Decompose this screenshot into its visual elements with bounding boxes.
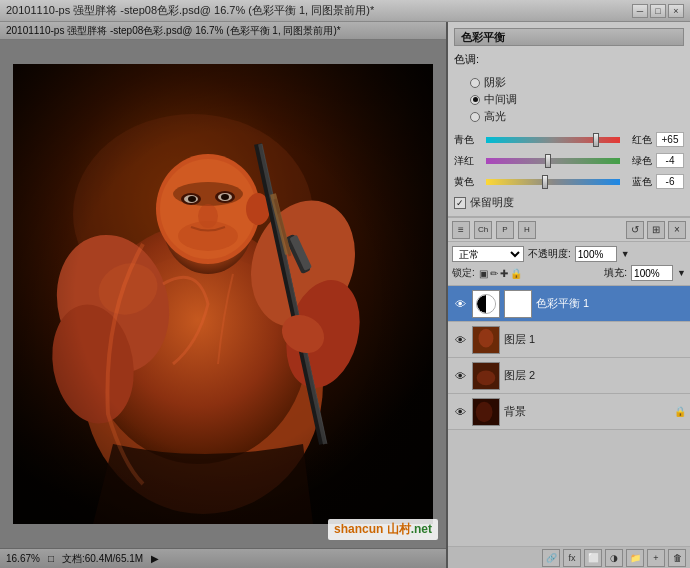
layer-mask-color-balance (504, 290, 532, 318)
canvas-content[interactable]: shancun 山村.net (0, 40, 446, 548)
title-bar: 20101110-ps 强型胖将 -step08色彩.psd@ 16.7% (色… (0, 0, 690, 22)
cyan-label: 青色 (454, 133, 482, 147)
magenta-green-value[interactable]: -4 (656, 153, 684, 168)
blend-mode-select[interactable]: 正常 (452, 246, 524, 262)
maximize-button[interactable]: □ (650, 4, 666, 18)
artwork-canvas (13, 64, 433, 524)
layer-name-background: 背景 (504, 404, 670, 419)
add-mask-btn[interactable]: ⬜ (584, 549, 602, 567)
add-style-btn[interactable]: fx (563, 549, 581, 567)
layer-item-color-balance[interactable]: 👁 色彩平衡 1 (448, 286, 690, 322)
tone-radio-highlights[interactable]: 高光 (470, 109, 684, 124)
layer-item-2[interactable]: 👁 图层 2 (448, 358, 690, 394)
layer-eye-2[interactable]: 👁 (452, 368, 468, 384)
cyan-red-slider-row: 青色 红色 +65 (454, 132, 684, 147)
lock-icons: ▣ ✏ ✚ 🔒 (479, 268, 522, 279)
history-btn[interactable]: H (518, 221, 536, 239)
new-layer-btn[interactable]: + (647, 549, 665, 567)
lock-label: 锁定: (452, 266, 475, 280)
layers-list: 👁 色彩平衡 1 👁 (448, 286, 690, 546)
canvas-area: 20101110-ps 强型胖将 -step08色彩.psd@ 16.7% (色… (0, 22, 448, 568)
canvas-title-bar: 20101110-ps 强型胖将 -step08色彩.psd@ 16.7% (色… (0, 22, 446, 40)
window-title: 20101110-ps 强型胖将 -step08色彩.psd@ 16.7% (色… (6, 3, 374, 18)
tone-label: 色调: (454, 52, 479, 67)
lock-fill-row: 锁定: ▣ ✏ ✚ 🔒 填充: ▼ (452, 265, 686, 281)
cyan-red-track (486, 137, 620, 143)
lock-all-icon[interactable]: 🔒 (510, 268, 522, 279)
svg-rect-30 (13, 64, 433, 524)
layer-item-background[interactable]: 👁 背景 🔒 (448, 394, 690, 430)
tone-radio-midtones[interactable]: 中间调 (470, 92, 684, 107)
magenta-green-track (486, 158, 620, 164)
layer-eye-color-balance[interactable]: 👁 (452, 296, 468, 312)
layers-arrange-btn[interactable]: ⊞ (647, 221, 665, 239)
blend-mode-row: 正常 不透明度: ▼ (452, 246, 686, 262)
close-button[interactable]: × (668, 4, 684, 18)
tone-radio-group: 阴影 中间调 高光 (470, 75, 684, 124)
right-panel: 色彩平衡 色调: 阴影 中间调 高光 (448, 22, 690, 568)
layer-thumb-1 (472, 326, 500, 354)
minimize-button[interactable]: ─ (632, 4, 648, 18)
lock-position-icon[interactable]: ✚ (500, 268, 508, 279)
lock-transparent-icon[interactable]: ▣ (479, 268, 488, 279)
svg-point-36 (476, 401, 493, 421)
yellow-blue-thumb[interactable] (542, 175, 548, 189)
cyan-red-track-container[interactable] (486, 133, 620, 147)
fill-input[interactable] (631, 265, 673, 281)
add-adjustment-btn[interactable]: ◑ (605, 549, 623, 567)
layers-close-btn[interactable]: × (668, 221, 686, 239)
shadow-label: 阴影 (484, 75, 506, 90)
fill-label: 填充: (604, 266, 627, 280)
watermark-domain: .net (411, 522, 432, 536)
layers-bottom-toolbar: 🔗 fx ⬜ ◑ 📁 + 🗑 (448, 546, 690, 568)
svg-point-34 (477, 370, 496, 385)
new-group-btn[interactable]: 📁 (626, 549, 644, 567)
highlights-label: 高光 (484, 109, 506, 124)
lock-pixels-icon[interactable]: ✏ (490, 268, 498, 279)
cyan-red-value[interactable]: +65 (656, 132, 684, 147)
magenta-green-track-container[interactable] (486, 154, 620, 168)
window-controls[interactable]: ─ □ × (632, 4, 684, 18)
canvas-title-text: 20101110-ps 强型胖将 -step08色彩.psd@ 16.7% (色… (6, 24, 341, 38)
tone-row: 色调: (454, 52, 684, 71)
watermark: shancun 山村.net (328, 519, 438, 540)
highlights-radio-button[interactable] (470, 112, 480, 122)
layer-name-color-balance: 色彩平衡 1 (536, 296, 686, 311)
delete-layer-btn[interactable]: 🗑 (668, 549, 686, 567)
yellow-blue-track-container[interactable] (486, 175, 620, 189)
blue-label: 蓝色 (624, 175, 652, 189)
main-layout: 20101110-ps 强型胖将 -step08色彩.psd@ 16.7% (色… (0, 22, 690, 568)
cyan-red-thumb[interactable] (593, 133, 599, 147)
paths-btn[interactable]: P (496, 221, 514, 239)
shadow-radio-button[interactable] (470, 78, 480, 88)
yellow-blue-slider-row: 黄色 蓝色 -6 (454, 174, 684, 189)
canvas-bottom-bar: 16.67% □ 文档:60.4M/65.1M ▶ (0, 548, 446, 568)
fill-arrow[interactable]: ▼ (677, 268, 686, 278)
tone-radio-shadow[interactable]: 阴影 (470, 75, 684, 90)
doc-info-separator: □ (48, 553, 54, 564)
layers-panel-menu-btn[interactable]: ≡ (452, 221, 470, 239)
magenta-green-slider-row: 洋红 绿色 -4 (454, 153, 684, 168)
channels-btn[interactable]: Ch (474, 221, 492, 239)
layer-eye-1[interactable]: 👁 (452, 332, 468, 348)
yellow-blue-value[interactable]: -6 (656, 174, 684, 189)
opacity-input[interactable] (575, 246, 617, 262)
layers-controls: 正常 不透明度: ▼ 锁定: ▣ ✏ ✚ 🔒 填充: ▼ (448, 242, 690, 286)
layer-name-1: 图层 1 (504, 332, 686, 347)
layers-toolbar: ≡ Ch P H ↺ ⊞ × (448, 218, 690, 242)
link-layers-btn[interactable]: 🔗 (542, 549, 560, 567)
layer-eye-background[interactable]: 👁 (452, 404, 468, 420)
midtones-radio-button[interactable] (470, 95, 480, 105)
opacity-label: 不透明度: (528, 247, 571, 261)
watermark-cn-text: shancun 山村 (334, 522, 411, 536)
layers-refresh-btn[interactable]: ↺ (626, 221, 644, 239)
layer-name-2: 图层 2 (504, 368, 686, 383)
magenta-green-thumb[interactable] (545, 154, 551, 168)
layer-item-1[interactable]: 👁 图层 1 (448, 322, 690, 358)
preserve-luminosity-row[interactable]: 保留明度 (454, 195, 684, 210)
preserve-luminosity-checkbox[interactable] (454, 197, 466, 209)
layer-thumb-2 (472, 362, 500, 390)
midtones-label: 中间调 (484, 92, 517, 107)
opacity-arrow[interactable]: ▼ (621, 249, 630, 259)
green-label: 绿色 (624, 154, 652, 168)
